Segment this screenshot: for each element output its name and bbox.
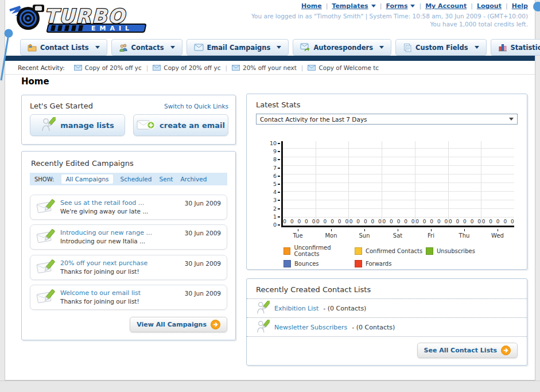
chart-value-labels: 0 0 0 0 0 <box>449 219 481 224</box>
campaign-date: 30 Jun 2009 <box>185 230 221 236</box>
get-started-title: Let's Get Started <box>30 102 93 110</box>
latest-stats-panel: Latest Stats Contact Activity for the La… <box>246 94 527 270</box>
chart-value-labels: 0 0 0 0 0 <box>349 219 382 224</box>
campaign-title-link[interactable]: 20% off your next purchase <box>60 259 180 267</box>
logo-subtitle: EMAIL <box>91 25 133 32</box>
latest-stats-title: Latest Stats <box>247 94 527 114</box>
envelope-icon <box>194 44 204 51</box>
chart-y-axis: 109876543210 <box>266 141 281 227</box>
create-email-button[interactable]: create an email <box>133 114 228 136</box>
campaign-card[interactable]: See us at the retail food ... We're givi… <box>30 195 227 220</box>
switch-quick-links-link[interactable]: Switch to Quick Links <box>164 103 228 110</box>
campaign-card[interactable]: Welcome to our email list Thanks for joi… <box>30 285 227 310</box>
header-link-templates[interactable]: Templates <box>332 2 375 10</box>
person-pencil-icon <box>41 117 56 133</box>
person-pencil-icon <box>256 301 270 316</box>
nav-tab-contact-lists[interactable]: Contact Lists <box>20 39 107 56</box>
contact-list-link[interactable]: Newsletter Subscribers <box>274 324 347 331</box>
caret-down-icon <box>371 5 376 7</box>
filter-sent[interactable]: Sent <box>160 176 173 183</box>
legend-item-forwards: Forwards <box>355 260 426 267</box>
stats-period-select[interactable]: Contact Activity for the Last 7 Days <box>256 114 518 125</box>
caret-down-icon <box>379 46 384 49</box>
campaign-title-link[interactable]: Introducing our new range ... <box>60 229 180 237</box>
legend-swatch-unconfirmed <box>283 247 290 255</box>
envelope-pencil-icon <box>36 259 56 275</box>
nav-tab-email-campaigns[interactable]: Email Campaigns <box>187 39 289 56</box>
chart-day-group: 0 0 0 0 0 <box>382 141 415 226</box>
x-tick-label: Sat <box>381 229 414 239</box>
get-started-panel: Let's Get Started Switch to Quick Links … <box>21 95 236 145</box>
caret-down-icon <box>475 46 479 49</box>
people-icon <box>119 43 128 52</box>
chart-day-group: 0 0 0 0 0 <box>283 141 316 226</box>
campaign-card[interactable]: Introducing our new range ... Introducin… <box>30 224 227 250</box>
chart-value-labels: 0 0 0 0 0 <box>481 219 514 224</box>
caret-down-icon <box>170 46 175 49</box>
chart-day-group: 0 0 0 0 0 <box>316 141 349 226</box>
contact-activity-chart: 109876543210 0 0 0 0 00 0 0 0 00 0 0 0 0… <box>266 141 514 227</box>
nav-tab-custom-fields[interactable]: Custom Fields <box>395 39 486 56</box>
header-links: Home | Templates | Forms | My Account | … <box>301 2 528 10</box>
y-tick-label: 7 <box>273 166 280 170</box>
envelope-icon <box>232 65 240 71</box>
caret-down-icon <box>410 5 415 7</box>
separator: | <box>419 2 421 10</box>
x-tick-label: Wed <box>481 229 514 239</box>
chart-day-group: 0 0 0 0 0 <box>415 141 448 226</box>
campaign-title-link[interactable]: Welcome to our email list <box>60 289 180 297</box>
campaign-subtitle: Thanks for joining our list! <box>60 297 180 305</box>
header-link-logout[interactable]: Logout <box>477 2 502 10</box>
contact-list-count: - (0 Contacts) <box>352 324 395 331</box>
recent-activity-item[interactable]: Copy of Welcome tc <box>308 64 379 71</box>
chart-x-labels: TueMonSunSatFriThuWed <box>281 229 514 239</box>
go-arrow-icon <box>501 346 511 355</box>
nav-tab-contacts[interactable]: Contacts <box>111 39 182 56</box>
envelope-pencil-icon <box>36 199 56 215</box>
chart-legend: Unconfirmed Contacts Confirmed Contacts … <box>283 244 505 270</box>
header-link-forms[interactable]: Forms <box>386 2 415 10</box>
turbo-logo-graphic: TURBO EMAIL <box>9 1 152 34</box>
separator: | <box>471 2 473 10</box>
campaign-filter-bar: SHOW: All Campaigns Scheduled Sent Archi… <box>30 173 227 185</box>
envelope-pencil-icon <box>36 229 56 245</box>
envelope-icon <box>308 65 316 71</box>
person-pencil-icon <box>256 320 270 335</box>
envelope-arrow-icon <box>300 43 310 52</box>
recent-campaigns-title: Recently Edited Campaigns <box>22 152 235 173</box>
x-tick-label: Sun <box>348 229 381 239</box>
legend-item-unconfirmed: Unconfirmed Contacts <box>283 244 355 257</box>
y-tick-label: 4 <box>273 190 280 195</box>
filter-archived[interactable]: Archived <box>180 176 207 183</box>
contact-list-link[interactable]: Exhibition List <box>274 305 318 312</box>
y-tick-label: 9 <box>273 149 280 154</box>
header-link-help[interactable]: Help <box>512 2 528 10</box>
header-link-home[interactable]: Home <box>301 2 322 10</box>
recent-activity-item[interactable]: Copy of 20% off yc <box>74 64 142 71</box>
manage-lists-button[interactable]: manage lists <box>30 114 125 136</box>
see-all-contact-lists-button[interactable]: See All Contact Lists <box>417 343 518 358</box>
nav-tab-autoresponders[interactable]: Autoresponders <box>293 39 391 56</box>
recent-activity-item[interactable]: 20% off your next <box>232 64 297 71</box>
recent-contact-lists-title: Recently Created Contact Lists <box>247 279 527 298</box>
bar-chart-icon <box>498 43 507 52</box>
campaign-card[interactable]: 20% off your next purchase Thanks for jo… <box>30 255 227 280</box>
recent-activity-item[interactable]: Copy of 20% off yc <box>153 64 220 71</box>
contact-list-row[interactable]: Newsletter Subscribers - (0 Contacts) <box>247 318 527 337</box>
filter-scheduled[interactable]: Scheduled <box>121 176 152 183</box>
y-tick-label: 2 <box>273 207 280 211</box>
view-all-campaigns-button[interactable]: View All Campaigns <box>130 317 227 332</box>
filter-all-campaigns[interactable]: All Campaigns <box>61 174 112 184</box>
contact-list-row[interactable]: Exhibition List - (0 Contacts) <box>247 299 527 318</box>
caret-down-icon <box>509 118 514 121</box>
recent-contact-lists-panel: Recently Created Contact Lists Exhibitio… <box>246 278 527 366</box>
caret-down-icon <box>95 46 100 49</box>
campaign-subtitle: Thanks for joining our list! <box>60 267 180 275</box>
envelope-pencil-icon <box>36 289 56 305</box>
y-tick-label: 8 <box>273 157 280 162</box>
campaign-title-link[interactable]: See us at the retail food ... <box>60 199 180 207</box>
turbo-email-logo: TURBO EMAIL <box>9 1 152 36</box>
header-link-my-account[interactable]: My Account <box>425 2 467 10</box>
chart-day-group: 0 0 0 0 0 <box>448 141 481 226</box>
nav-tab-statistics[interactable]: Statistics <box>491 39 540 56</box>
